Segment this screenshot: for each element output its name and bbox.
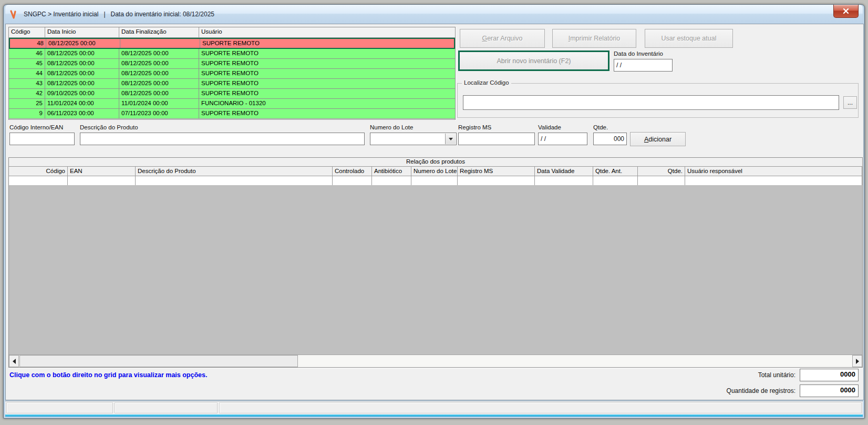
quantidade-registros-value: 0000 — [800, 384, 859, 397]
cell-usuario: SUPORTE REMOTO — [199, 49, 455, 59]
abrir-novo-inventario-button[interactable]: Abrir novo inventário (F2) — [458, 50, 609, 71]
scroll-right-button[interactable] — [852, 355, 862, 367]
quantidade-registros-row: Quantidade de registros: 0000 — [727, 384, 859, 397]
imprimir-relatorio-button[interactable]: Imprimir Relatório — [552, 29, 636, 48]
total-unitario-value: 0000 — [800, 369, 859, 381]
localizar-codigo-group: Localizar Código ... — [457, 83, 859, 118]
cell-inicio: 11/01/2024 00:00 — [45, 99, 119, 109]
client-area: Código Data Inicio Data Finalização Usuá… — [5, 24, 864, 400]
total-unitario-row: Total unitário: 0000 — [758, 369, 859, 381]
cell-fim: 11/01/2024 00:00 — [119, 99, 199, 109]
registro-ms-label: Registro MS — [458, 124, 491, 130]
col-usuario-responsavel: Usuário responsável — [685, 167, 862, 176]
col-codigo: Código — [9, 167, 68, 176]
col-data-validade: Data Validade — [535, 167, 593, 176]
cell-inicio: 08/12/2025 00:00 — [46, 39, 120, 48]
cell-usuario: SUPORTE REMOTO — [199, 69, 455, 79]
scrollbar-thumb[interactable] — [19, 355, 298, 367]
cell-fim: 08/12/2025 00:00 — [119, 49, 199, 59]
validade-input[interactable] — [538, 133, 587, 145]
inventory-table-header: Código Data Inicio Data Finalização Usuá… — [9, 27, 455, 38]
col-controlado: Controlado — [333, 167, 372, 176]
codigo-interno-input[interactable] — [9, 133, 75, 145]
cell-inicio: 08/12/2025 00:00 — [45, 49, 119, 59]
localizar-codigo-input[interactable] — [463, 95, 839, 110]
products-grid-header: Código EAN Descrição do Produto Controla… — [9, 167, 862, 176]
cell-fim — [120, 39, 200, 48]
products-grid-title: Relação dos produtos — [9, 158, 862, 167]
cell-inicio: 06/11/2023 00:00 — [45, 109, 119, 119]
cell-usuario: FUNCIONARIO - 01320 — [199, 99, 455, 109]
cell-fim: 08/12/2025 00:00 — [119, 79, 199, 89]
cell-inicio: 09/10/2025 00:00 — [45, 89, 119, 99]
window-bottom-accent — [5, 414, 863, 417]
col-ean: EAN — [68, 167, 136, 176]
table-row[interactable]: 48 08/12/2025 00:00 SUPORTE REMOTO — [9, 38, 455, 49]
gerar-arquivo-button[interactable]: Gerar Arquivo — [460, 29, 545, 48]
cell-usuario: SUPORTE REMOTO — [199, 59, 455, 69]
browse-button[interactable]: ... — [843, 96, 857, 109]
col-numero-lote: Numero do Lote — [411, 167, 458, 176]
table-row[interactable]: 43 08/12/2025 00:00 08/12/2025 00:00 SUP… — [9, 79, 455, 89]
status-bar — [5, 401, 863, 414]
close-button[interactable] — [833, 5, 859, 18]
col-usuario: Usuário — [199, 27, 455, 38]
col-codigo: Código — [9, 27, 45, 38]
localizar-codigo-label: Localizar Código — [462, 79, 511, 86]
adicionar-button[interactable]: Adicionar — [630, 132, 686, 146]
validade-label: Validade — [538, 124, 561, 130]
cell-codigo: 42 — [9, 89, 45, 99]
status-panel-3 — [219, 402, 862, 413]
cell-usuario: SUPORTE REMOTO — [199, 109, 455, 119]
inventory-table: Código Data Inicio Data Finalização Usuá… — [8, 27, 456, 120]
cell-codigo: 46 — [9, 49, 45, 59]
cell-usuario: SUPORTE REMOTO — [200, 39, 454, 48]
app-logo-icon — [9, 9, 20, 19]
data-inventario-label: Data do Inventário — [614, 50, 663, 57]
window-title: SNGPC > Inventário inicial|Data do inven… — [24, 11, 214, 18]
table-row[interactable]: 9 06/11/2023 00:00 07/11/2023 00:00 SUPO… — [9, 109, 455, 119]
app-window: SNGPC > Inventário inicial|Data do inven… — [3, 4, 865, 419]
codigo-interno-label: Código Interno/EAN — [9, 124, 63, 130]
table-row[interactable]: 45 08/12/2025 00:00 08/12/2025 00:00 SUP… — [9, 59, 455, 69]
numero-lote-select[interactable] — [370, 133, 457, 145]
table-row[interactable]: 25 11/01/2024 00:00 11/01/2024 00:00 FUN… — [9, 99, 455, 109]
cell-fim: 07/11/2023 00:00 — [119, 109, 199, 119]
status-panel-2 — [115, 402, 218, 413]
cell-codigo: 25 — [9, 99, 45, 109]
status-panel-1 — [6, 402, 113, 413]
products-grid-body[interactable] — [9, 185, 862, 355]
col-qtde: Qtde. — [638, 167, 685, 176]
table-row[interactable]: 42 09/10/2025 00:00 08/12/2025 00:00 SUP… — [9, 89, 455, 99]
products-grid-empty-row[interactable] — [9, 176, 862, 185]
descricao-produto-input[interactable] — [80, 133, 365, 145]
cell-usuario: SUPORTE REMOTO — [199, 89, 455, 99]
qtde-input[interactable] — [593, 133, 627, 145]
col-registro-ms: Registro MS — [458, 167, 535, 176]
cell-inicio: 08/12/2025 00:00 — [45, 59, 119, 69]
cell-inicio: 08/12/2025 00:00 — [45, 69, 119, 79]
table-row[interactable]: 46 08/12/2025 00:00 08/12/2025 00:00 SUP… — [9, 49, 455, 59]
total-unitario-label: Total unitário: — [758, 371, 795, 379]
col-qtde-ant: Qtde. Ant. — [593, 167, 638, 176]
numero-lote-label: Numero do Lote — [370, 124, 413, 130]
combo-dropdown-button[interactable] — [445, 134, 456, 144]
data-inventario-input[interactable] — [614, 59, 673, 72]
descricao-produto-label: Descrição do Produto — [80, 124, 138, 130]
qtde-label: Qtde. — [593, 124, 608, 130]
col-antibiotico: Antibiótico — [372, 167, 411, 176]
arrow-left-icon — [13, 359, 16, 364]
col-data-finalizacao: Data Finalização — [119, 27, 199, 38]
table-row[interactable]: 44 08/12/2025 00:00 08/12/2025 00:00 SUP… — [9, 69, 455, 79]
arrow-right-icon — [856, 359, 859, 364]
cell-usuario: SUPORTE REMOTO — [199, 79, 455, 89]
scroll-left-button[interactable] — [9, 355, 19, 367]
registro-ms-input[interactable] — [458, 133, 535, 145]
col-data-inicio: Data Inicio — [45, 27, 119, 38]
usar-estoque-atual-button[interactable]: Usar estoque atual — [645, 29, 733, 48]
cell-inicio: 08/12/2025 00:00 — [45, 79, 119, 89]
horizontal-scrollbar[interactable] — [9, 355, 862, 367]
cell-codigo: 45 — [9, 59, 45, 69]
cell-codigo: 43 — [9, 79, 45, 89]
cell-codigo: 9 — [9, 109, 45, 119]
